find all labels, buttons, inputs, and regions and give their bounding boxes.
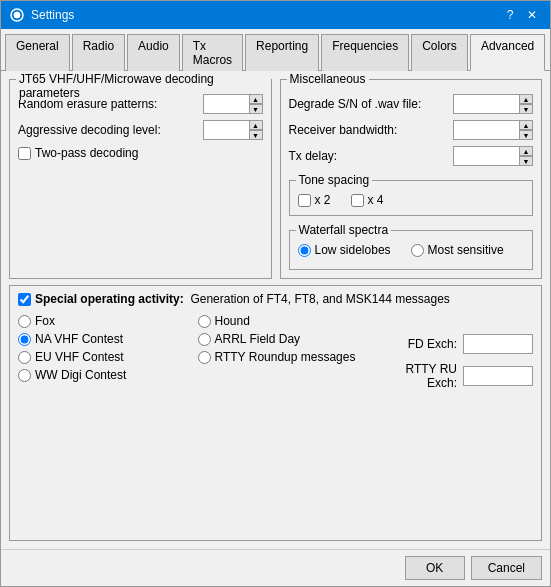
aggressive-down[interactable]: ▼ <box>249 130 263 140</box>
exch-col: FD Exch: 6A SNJ RTTY RU Exch: NJ <box>377 314 533 394</box>
jt65-panel: JT65 VHF/UHF/Microwave decoding paramete… <box>9 79 272 279</box>
low-sidelobes-option: Low sidelobes <box>298 243 391 257</box>
x4-checkbox[interactable] <box>351 194 364 207</box>
fox-row: Fox <box>18 314 198 328</box>
ww-digi-label: WW Digi Contest <box>35 368 126 382</box>
rtty-ru-exch-label: RTTY RU Exch: <box>377 362 457 390</box>
eu-vhf-radio[interactable] <box>18 351 31 364</box>
x4-label: x 4 <box>368 193 384 207</box>
arrl-fd-radio[interactable] <box>198 333 211 346</box>
degrade-label: Degrade S/N of .wav file: <box>289 97 454 111</box>
x4-option: x 4 <box>351 193 384 207</box>
bottom-bar: OK Cancel <box>1 549 550 586</box>
hound-radio[interactable] <box>198 315 211 328</box>
tone-spacing-panel: Tone spacing x 2 x 4 <box>289 180 534 216</box>
x2-checkbox[interactable] <box>298 194 311 207</box>
tone-spacing-title: Tone spacing <box>296 173 373 187</box>
receiver-bw-label: Receiver bandwidth: <box>289 123 454 137</box>
receiver-bw-up[interactable]: ▲ <box>519 120 533 130</box>
window-controls: ? ✕ <box>500 5 542 25</box>
misc-panel-title: Miscellaneous <box>287 72 369 86</box>
tx-delay-down[interactable]: ▼ <box>519 156 533 166</box>
most-sensitive-option: Most sensitive <box>411 243 504 257</box>
waterfall-title: Waterfall spectra <box>296 223 392 237</box>
tab-reporting[interactable]: Reporting <box>245 34 319 71</box>
settings-icon <box>9 7 25 23</box>
special-title-row: Special operating activity: Generation o… <box>18 292 533 306</box>
tx-delay-label: Tx delay: <box>289 149 454 163</box>
activities-section: Fox NA VHF Contest EU VHF Contest WW Dig… <box>18 314 533 394</box>
activities-middle: Hound ARRL Field Day RTTY Roundup messag… <box>198 314 378 394</box>
fox-radio[interactable] <box>18 315 31 328</box>
tab-tx-macros[interactable]: Tx Macros <box>182 34 243 71</box>
top-panels: JT65 VHF/UHF/Microwave decoding paramete… <box>9 79 542 279</box>
two-pass-checkbox[interactable] <box>18 147 31 160</box>
most-sensitive-label: Most sensitive <box>428 243 504 257</box>
rtty-roundup-label: RTTY Roundup messages <box>215 350 356 364</box>
special-activity-panel: Special operating activity: Generation o… <box>9 285 542 541</box>
receiver-bw-down[interactable]: ▼ <box>519 130 533 140</box>
waterfall-options: Low sidelobes Most sensitive <box>298 243 525 261</box>
na-vhf-radio[interactable] <box>18 333 31 346</box>
na-vhf-label: NA VHF Contest <box>35 332 123 346</box>
fd-exch-row: FD Exch: 6A SNJ <box>377 334 533 354</box>
receiver-bw-spinner: 2500 Hz ▲ ▼ <box>453 120 533 140</box>
tab-general[interactable]: General <box>5 34 70 71</box>
window-title: Settings <box>31 8 74 22</box>
eu-vhf-row: EU VHF Contest <box>18 350 198 364</box>
rtty-ru-exch-row: RTTY RU Exch: NJ <box>377 362 533 390</box>
degrade-up[interactable]: ▲ <box>519 94 533 104</box>
aggressive-spinner: 0 ▲ ▼ <box>203 120 263 140</box>
title-bar: Settings ? ✕ <box>1 1 550 29</box>
degrade-row: Degrade S/N of .wav file: 0.0 dB ▲ ▼ <box>289 94 534 114</box>
arrl-fd-label: ARRL Field Day <box>215 332 301 346</box>
tx-delay-up[interactable]: ▲ <box>519 146 533 156</box>
activities-left: Fox NA VHF Contest EU VHF Contest WW Dig… <box>18 314 198 394</box>
rtty-roundup-radio[interactable] <box>198 351 211 364</box>
rtty-ru-exch-input[interactable]: NJ <box>463 366 533 386</box>
most-sensitive-radio[interactable] <box>411 244 424 257</box>
tx-delay-spinner: 0.2 s ▲ ▼ <box>453 146 533 166</box>
svg-point-0 <box>14 12 20 18</box>
tab-colors[interactable]: Colors <box>411 34 468 71</box>
waterfall-panel: Waterfall spectra Low sidelobes Most sen… <box>289 230 534 270</box>
tab-bar: General Radio Audio Tx Macros Reporting … <box>1 29 550 71</box>
hound-row: Hound <box>198 314 378 328</box>
two-pass-row: Two-pass decoding <box>18 146 263 160</box>
two-pass-label: Two-pass decoding <box>35 146 138 160</box>
tab-frequencies[interactable]: Frequencies <box>321 34 409 71</box>
rtty-roundup-row: RTTY Roundup messages <box>198 350 378 364</box>
random-erasure-up[interactable]: ▲ <box>249 94 263 104</box>
fd-exch-label: FD Exch: <box>377 337 457 351</box>
x2-option: x 2 <box>298 193 331 207</box>
fox-label: Fox <box>35 314 55 328</box>
settings-window: Settings ? ✕ General Radio Audio Tx Macr… <box>0 0 551 587</box>
tab-radio[interactable]: Radio <box>72 34 125 71</box>
main-content: JT65 VHF/UHF/Microwave decoding paramete… <box>1 71 550 549</box>
arrl-fd-row: ARRL Field Day <box>198 332 378 346</box>
degrade-spinner: 0.0 dB ▲ ▼ <box>453 94 533 114</box>
tab-advanced[interactable]: Advanced <box>470 34 545 71</box>
hound-label: Hound <box>215 314 250 328</box>
low-sidelobes-label: Low sidelobes <box>315 243 391 257</box>
close-button[interactable]: ✕ <box>522 5 542 25</box>
aggressive-up[interactable]: ▲ <box>249 120 263 130</box>
low-sidelobes-radio[interactable] <box>298 244 311 257</box>
special-activity-checkbox[interactable] <box>18 293 31 306</box>
degrade-down[interactable]: ▼ <box>519 104 533 114</box>
random-erasure-spinner: 7 ▲ ▼ <box>203 94 263 114</box>
tab-audio[interactable]: Audio <box>127 34 180 71</box>
ok-button[interactable]: OK <box>405 556 465 580</box>
aggressive-row: Aggressive decoding level: 0 ▲ ▼ <box>18 120 263 140</box>
ww-digi-row: WW Digi Contest <box>18 368 198 382</box>
special-activity-label: Special operating activity: Generation o… <box>35 292 450 306</box>
ww-digi-radio[interactable] <box>18 369 31 382</box>
misc-panel: Miscellaneous Degrade S/N of .wav file: … <box>280 79 543 279</box>
cancel-button[interactable]: Cancel <box>471 556 542 580</box>
fd-exch-input[interactable]: 6A SNJ <box>463 334 533 354</box>
tx-delay-row: Tx delay: 0.2 s ▲ ▼ <box>289 146 534 166</box>
help-button[interactable]: ? <box>500 5 520 25</box>
receiver-bw-row: Receiver bandwidth: 2500 Hz ▲ ▼ <box>289 120 534 140</box>
aggressive-label: Aggressive decoding level: <box>18 123 203 137</box>
random-erasure-down[interactable]: ▼ <box>249 104 263 114</box>
